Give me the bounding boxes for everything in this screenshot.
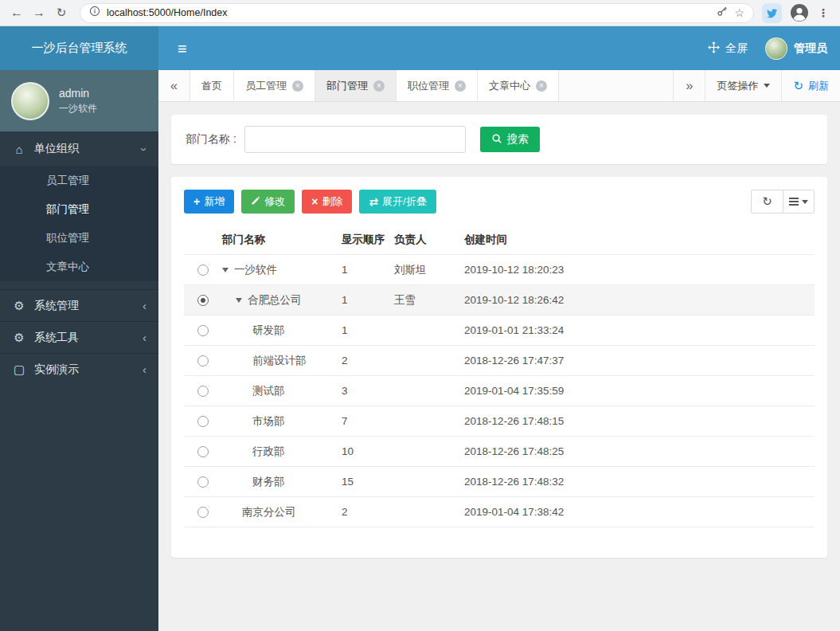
tab-close-icon[interactable]: × [373,80,385,92]
tab-positions[interactable]: 职位管理 × [397,70,478,101]
table-row[interactable]: 行政部 10 2018-12-26 17:48:25 [184,437,815,467]
app-brand[interactable]: 一沙后台管理系统 [0,26,158,70]
chevron-left-icon: ‹ [143,331,147,343]
demo-icon: ▢ [12,363,26,377]
sidebar-item-departments[interactable]: 部门管理 [0,195,158,224]
tab-employees[interactable]: 员工管理 × [234,70,315,101]
table-row[interactable]: 一沙软件 1 刘斯坦 2019-10-12 18:20:23 [184,255,815,285]
refresh-icon: ↻ [793,79,803,93]
dept-created: 2018-12-26 17:48:15 [464,415,815,427]
table-row[interactable]: 前端设计部 2 2018-12-26 17:47:37 [184,346,815,376]
browser-forward-button[interactable]: → [29,2,49,23]
tab-label: 职位管理 [408,79,449,93]
tab-label: 员工管理 [245,79,287,93]
tabs-scroll-right-button[interactable]: » [673,70,705,101]
add-button-label: 新增 [204,194,225,209]
dept-name: 前端设计部 [252,354,307,368]
address-bar[interactable]: localhost:5000/Home/Index ☆ [80,3,754,23]
browser-reload-button[interactable]: ↻ [51,2,72,23]
browser-profile-avatar[interactable] [790,4,808,22]
tab-articles[interactable]: 文章中心 × [478,70,559,101]
dept-created: 2019-01-01 21:33:24 [464,324,815,336]
user-avatar[interactable] [765,37,787,60]
table-row[interactable]: 研发部 1 2019-01-01 21:33:24 [184,316,815,346]
sidebar-item-label: 系统工具 [34,331,79,345]
user-name[interactable]: 管理员 [794,41,827,56]
list-icon [789,201,799,202]
tree-collapse-icon[interactable] [222,268,229,272]
dept-order: 1 [342,324,394,336]
row-radio[interactable] [197,265,209,276]
sidebar-user-org: 一沙软件 [59,102,97,116]
tab-home[interactable]: 首页 [190,70,234,101]
row-radio[interactable] [197,446,209,457]
dept-name-input[interactable] [244,126,466,153]
page-info-icon[interactable] [89,6,100,20]
sidebar-item-label: 单位组织 [34,142,79,156]
browser-back-button[interactable]: ← [6,2,27,23]
row-radio[interactable] [197,416,209,427]
delete-button[interactable]: × 删除 [302,190,352,214]
sidebar-item-label: 职位管理 [46,231,89,245]
table-row[interactable]: 南京分公司 2 2019-01-04 17:38:42 [184,497,815,527]
app-brand-label: 一沙后台管理系统 [32,41,127,56]
row-radio[interactable] [197,355,209,366]
app-header: 一沙后台管理系统 ≡ 全屏 管理员 [0,26,840,70]
row-radio[interactable] [197,295,209,306]
tab-operations-dropdown[interactable]: 页签操作 [705,70,781,101]
edit-button[interactable]: 修改 [241,190,295,214]
expand-collapse-button[interactable]: ⇄ 展开/折叠 [359,190,436,214]
tab-close-icon[interactable]: × [455,80,466,92]
row-radio[interactable] [197,476,209,488]
dept-created: 2019-01-04 17:35:59 [464,385,815,397]
tab-refresh-button[interactable]: ↻ 刷新 [781,70,840,101]
table-row[interactable]: 财务部 15 2018-12-26 17:48:32 [184,467,815,497]
tab-label: 部门管理 [326,79,368,93]
tab-close-icon[interactable]: × [536,80,547,92]
url-text[interactable]: localhost:5000/Home/Index [107,7,227,18]
table-row[interactable]: 测试部 3 2019-01-04 17:35:59 [184,376,815,406]
bookmark-star-icon[interactable]: ☆ [734,6,744,19]
table-row[interactable]: 合肥总公司 1 王雪 2019-10-12 18:26:42 [184,285,815,316]
sidebar-toggle-icon[interactable]: ≡ [178,41,187,57]
sidebar-item-positions[interactable]: 职位管理 [0,224,158,253]
tab-close-icon[interactable]: × [292,80,303,92]
extension-icon[interactable] [762,3,782,23]
tabs-scroll-left-button[interactable]: « [158,70,190,101]
search-button[interactable]: 搜索 [480,127,540,152]
row-radio[interactable] [197,386,209,397]
dept-name: 测试部 [252,384,285,398]
add-button[interactable]: + 新增 [184,190,234,214]
tab-refresh-label: 刷新 [808,79,829,93]
row-radio[interactable] [197,507,209,518]
sidebar-item-articles[interactable]: 文章中心 [0,253,158,281]
sidebar-item-system-tools[interactable]: ⚙ 系统工具 ‹ [0,321,158,353]
tab-label: 文章中心 [489,79,530,93]
sidebar-item-demos[interactable]: ▢ 实例演示 ‹ [0,353,158,385]
sidebar-item-unit-org[interactable]: ⌂ 单位组织 › [0,131,158,167]
sidebar-item-employees[interactable]: 员工管理 [0,167,158,195]
table-refresh-button[interactable]: ↻ [751,190,783,214]
swap-arrows-icon: ⇄ [369,196,378,207]
content-area: 部门名称 : 搜索 + 新增 [158,102,840,631]
password-key-icon[interactable] [717,6,728,20]
row-radio[interactable] [197,325,209,336]
search-button-label: 搜索 [507,132,529,147]
fullscreen-button[interactable]: 全屏 [708,41,748,56]
dept-order: 2 [342,355,394,366]
dept-order: 15 [342,476,394,488]
tab-departments[interactable]: 部门管理 × [315,70,397,101]
browser-menu-icon[interactable]: ⋮ [813,2,834,23]
tree-collapse-icon[interactable] [236,298,242,303]
sidebar-item-system-mgmt[interactable]: ⚙ 系统管理 ‹ [0,289,158,321]
dept-created: 2018-12-26 17:47:37 [464,355,815,366]
search-panel: 部门名称 : 搜索 [171,115,827,164]
table-row[interactable]: 市场部 7 2018-12-26 17:48:15 [184,406,815,437]
column-toggle-button[interactable] [783,190,815,214]
pencil-icon [251,196,260,208]
dept-name: 行政部 [252,445,285,459]
sidebar-item-label: 文章中心 [46,260,89,274]
dept-name: 财务部 [252,475,285,489]
chevron-left-icon: ‹ [143,363,147,375]
tab-bar: « 首页 员工管理 × 部门管理 × 职位管理 × 文章中心 [158,70,840,102]
